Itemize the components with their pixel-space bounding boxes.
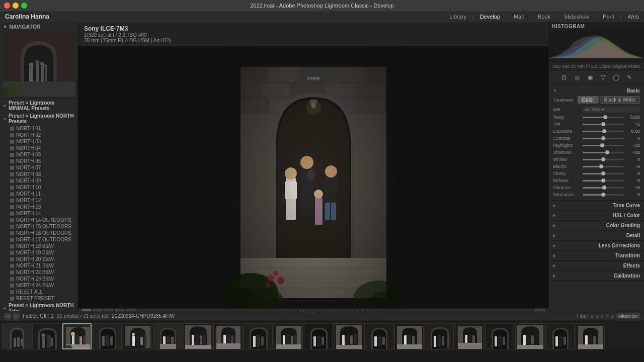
clarity-slider-track[interactable]: [583, 173, 624, 174]
dehaze-slider-track[interactable]: [583, 180, 624, 182]
preset-item-north05[interactable]: NORTH 05: [0, 151, 77, 158]
preset-item-north24bw[interactable]: NORTH 24 B&W: [0, 282, 77, 289]
nav-map[interactable]: Map: [514, 14, 524, 20]
preset-section-header-3[interactable]: ▼ Preset > Lightroom NORTH Tabs: [0, 302, 77, 311]
temp-slider-track[interactable]: [583, 117, 624, 118]
preset-item-north12[interactable]: NORTH 12: [0, 197, 77, 204]
preset-item-north20bw[interactable]: NORTH 20 B&W: [0, 256, 77, 262]
hsl-color-section[interactable]: ▶ HSL / Color: [549, 211, 644, 221]
film-thumb-14[interactable]: [394, 323, 424, 349]
filters-on-badge[interactable]: Filters On: [616, 313, 640, 319]
preset-item-north09[interactable]: NORTH 09: [0, 177, 77, 184]
treatment-color-btn[interactable]: Color: [578, 96, 599, 104]
basic-label: Basic: [626, 88, 640, 94]
preset-item-north02[interactable]: NORTH 02: [0, 132, 77, 138]
film-thumb-6[interactable]: [153, 323, 182, 349]
filmstrip-nav-prev[interactable]: ◁: [4, 313, 11, 320]
preset-item-north19bw[interactable]: NORTH 19 B&W: [0, 249, 77, 256]
nav-develop[interactable]: Develop: [480, 14, 500, 20]
tone-curve-section[interactable]: ▶ Tone Curve: [549, 201, 644, 211]
svg-rect-108: [185, 345, 211, 349]
film-thumb-2[interactable]: [32, 323, 61, 349]
preset-item-north11[interactable]: NORTH 11: [0, 191, 77, 197]
color-grading-section[interactable]: ▶ Color Grading: [549, 221, 644, 231]
preset-section-header-2[interactable]: ▼ Preset > Lightroom NORTH Presets: [0, 112, 77, 125]
film-thumb-18[interactable]: [515, 323, 544, 349]
film-thumb-17[interactable]: [485, 323, 514, 349]
contrast-slider-track[interactable]: [583, 138, 624, 139]
minimize-button[interactable]: [13, 3, 19, 9]
exposure-slider-track[interactable]: [583, 131, 624, 132]
vibrance-slider-track[interactable]: [583, 187, 624, 189]
nav-web[interactable]: Web: [628, 14, 639, 20]
nav-library[interactable]: Library: [449, 14, 466, 20]
preset-item-north06[interactable]: NORTH 06: [0, 158, 77, 164]
highlights-slider-track[interactable]: [583, 145, 624, 146]
wb-dropdown[interactable]: As Shot ▾: [583, 107, 640, 113]
blacks-slider-track[interactable]: [583, 166, 624, 167]
preset-item-north04[interactable]: NORTH 04: [0, 145, 77, 151]
preset-item-north17out[interactable]: NORTH 17 OUTDOORS: [0, 236, 77, 243]
film-thumb-15[interactable]: [425, 323, 454, 349]
navigator-header[interactable]: ▼ Navigator: [3, 24, 74, 30]
preset-item-north03[interactable]: NORTH 03: [0, 138, 77, 145]
filmstrip-nav-next[interactable]: ▷: [13, 313, 20, 320]
preset-item-north14out[interactable]: NORTH 14 OUTDOORS: [0, 217, 77, 223]
film-thumb-13[interactable]: [364, 323, 393, 349]
main-photo-area[interactable]: Display: [78, 47, 548, 308]
treatment-buttons: Color Black & White: [578, 96, 640, 104]
transform-section[interactable]: ▶ Transform: [549, 251, 644, 261]
treatment-bw-btn[interactable]: Black & White: [600, 96, 640, 104]
film-thumb-12[interactable]: [334, 323, 363, 349]
saturation-slider-track[interactable]: [583, 194, 624, 196]
preset-item-reset-all[interactable]: RESET ALL: [0, 289, 77, 295]
film-thumb-3[interactable]: [62, 323, 92, 349]
preset-item-north23bw[interactable]: NORTH 23 B&W: [0, 276, 77, 282]
red-eye-tool[interactable]: ◉: [586, 73, 595, 82]
close-button[interactable]: [4, 3, 10, 9]
preset-item-north08[interactable]: NORTH 08: [0, 171, 77, 177]
crop-tool[interactable]: ⊡: [559, 73, 569, 82]
film-thumb-9[interactable]: [244, 323, 273, 349]
detail-section[interactable]: ▶ Detail: [549, 231, 644, 241]
basic-section-header[interactable]: ▼ Basic: [549, 86, 644, 95]
spot-remove-tool[interactable]: ◎: [573, 73, 582, 82]
preset-item-north18bw[interactable]: NORTH 18 B&W: [0, 243, 77, 249]
graduated-filter-tool[interactable]: ▽: [599, 73, 608, 82]
calibration-section[interactable]: ▶ Calibration: [549, 271, 644, 281]
preset-item-north15out[interactable]: NORTH 15 OUTDOORS: [0, 223, 77, 230]
effects-section[interactable]: ▶ Effects: [549, 261, 644, 271]
preset-item-north16out[interactable]: NORTH 16 OUTDOORS: [0, 230, 77, 236]
preset-item-north22bw[interactable]: NORTH 22 B&W: [0, 269, 77, 276]
preset-item-reset-preset[interactable]: RESET PRESET: [0, 295, 77, 302]
film-thumb-11[interactable]: [304, 323, 333, 349]
film-thumb-4[interactable]: [93, 323, 122, 349]
adjustment-brush-tool[interactable]: ✎: [625, 73, 634, 82]
preset-section-header-1[interactable]: ▼ Preset > Lightroom MINIMAL Presets: [0, 99, 77, 112]
film-thumb-1[interactable]: [2, 323, 31, 349]
tint-slider-track[interactable]: [583, 124, 624, 125]
preset-item-north10[interactable]: NORTH 10: [0, 184, 77, 191]
lens-corrections-section[interactable]: ▶ Lens Corrections: [549, 241, 644, 251]
preset-item-north13[interactable]: NORTH 13: [0, 204, 77, 210]
film-thumb-7[interactable]: [183, 323, 212, 349]
shadows-slider-track[interactable]: [583, 152, 624, 153]
film-thumb-5[interactable]: [123, 323, 152, 349]
preset-item-north14[interactable]: NORTH 14: [0, 210, 77, 217]
film-thumb-19[interactable]: [545, 323, 575, 349]
radial-filter-tool[interactable]: ◯: [612, 73, 621, 82]
film-thumb-10[interactable]: [274, 323, 303, 349]
nav-book[interactable]: Book: [538, 14, 550, 20]
preset-item-north21bw[interactable]: NORTH 21 B&W: [0, 262, 77, 269]
preset-item-north07[interactable]: NORTH 07: [0, 164, 77, 171]
film-thumb-20[interactable]: [576, 323, 605, 349]
film-thumb-8[interactable]: [213, 323, 243, 349]
film-thumb-16[interactable]: [455, 323, 484, 349]
nav-slideshow[interactable]: Slideshow: [564, 14, 589, 20]
svg-text:Display: Display: [306, 76, 319, 80]
traffic-lights[interactable]: [4, 3, 27, 9]
whites-slider-track[interactable]: [583, 159, 624, 160]
nav-print[interactable]: Print: [603, 14, 614, 20]
preset-item-north01[interactable]: NORTH 01: [0, 125, 77, 132]
maximize-button[interactable]: [21, 3, 27, 9]
